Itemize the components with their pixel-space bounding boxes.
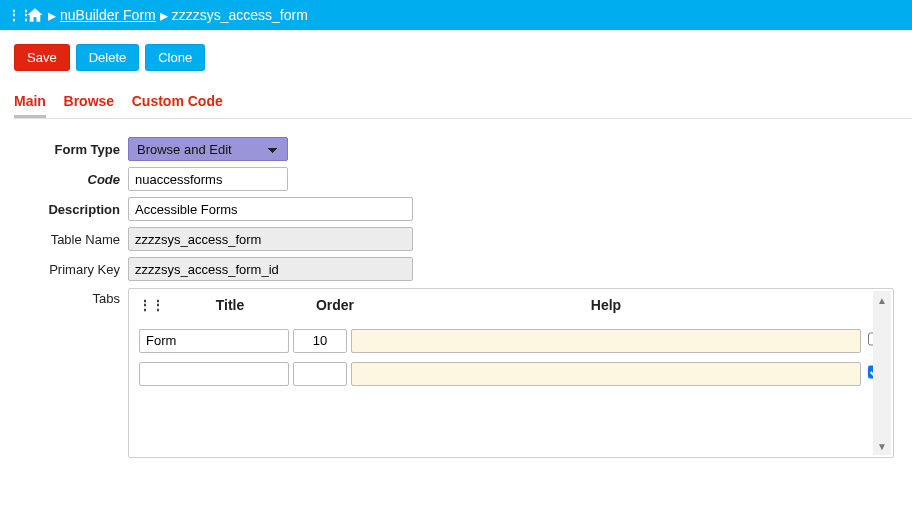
label-tabs: Tabs	[0, 287, 128, 306]
scroll-down-icon[interactable]: ▼	[873, 437, 891, 455]
scroll-up-icon[interactable]: ▲	[873, 291, 891, 309]
primary-key-input[interactable]	[128, 257, 413, 281]
label-description: Description	[0, 202, 128, 217]
tab-browse[interactable]: Browse	[64, 89, 115, 115]
description-input[interactable]	[128, 197, 413, 221]
subform-help-input[interactable]	[351, 329, 861, 353]
code-input[interactable]	[128, 167, 288, 191]
subform-header-title: Title	[155, 297, 305, 313]
subform-body	[139, 327, 883, 387]
subform-order-input[interactable]	[293, 362, 347, 386]
label-form-type: Form Type	[0, 142, 128, 157]
subform-row	[139, 327, 883, 354]
tab-strip: Main Browse Custom Code	[14, 89, 912, 119]
subform-options-icon[interactable]: ⋮⋮	[139, 303, 155, 308]
subform-header-help: Help	[365, 297, 847, 313]
tab-main[interactable]: Main	[14, 89, 46, 118]
table-name-input[interactable]	[128, 227, 413, 251]
breadcrumb-current: zzzzsys_access_form	[172, 7, 308, 23]
label-table-name: Table Name	[0, 232, 128, 247]
tabs-subform: ⋮⋮ Title Order Help ▲ ▼	[128, 288, 894, 458]
label-primary-key: Primary Key	[0, 262, 128, 277]
breadcrumb-link[interactable]: nuBuilder Form	[60, 7, 156, 23]
subform-header-order: Order	[305, 297, 365, 313]
clone-button[interactable]: Clone	[145, 44, 205, 71]
form-type-select[interactable]: Browse and Edit	[128, 137, 288, 161]
chevron-right-icon: ▸	[44, 6, 60, 25]
subform-title-input[interactable]	[139, 362, 289, 386]
save-button[interactable]: Save	[14, 44, 70, 71]
form-area: Form Type Browse and Edit Code Descripti…	[0, 119, 912, 458]
chevron-right-icon: ▸	[156, 6, 172, 25]
menu-icon[interactable]: ⋮⋮	[8, 13, 20, 18]
label-code: Code	[0, 172, 128, 187]
subform-help-input[interactable]	[351, 362, 861, 386]
subform-order-input[interactable]	[293, 329, 347, 353]
topbar: ⋮⋮ ▸ nuBuilder Form ▸ zzzzsys_access_for…	[0, 0, 912, 30]
home-icon[interactable]	[26, 6, 44, 24]
tab-custom-code[interactable]: Custom Code	[132, 89, 223, 115]
subform-scrollbar[interactable]: ▲ ▼	[873, 291, 891, 455]
subform-row	[139, 360, 883, 387]
delete-button[interactable]: Delete	[76, 44, 140, 71]
subform-title-input[interactable]	[139, 329, 289, 353]
action-bar: Save Delete Clone	[0, 30, 912, 77]
